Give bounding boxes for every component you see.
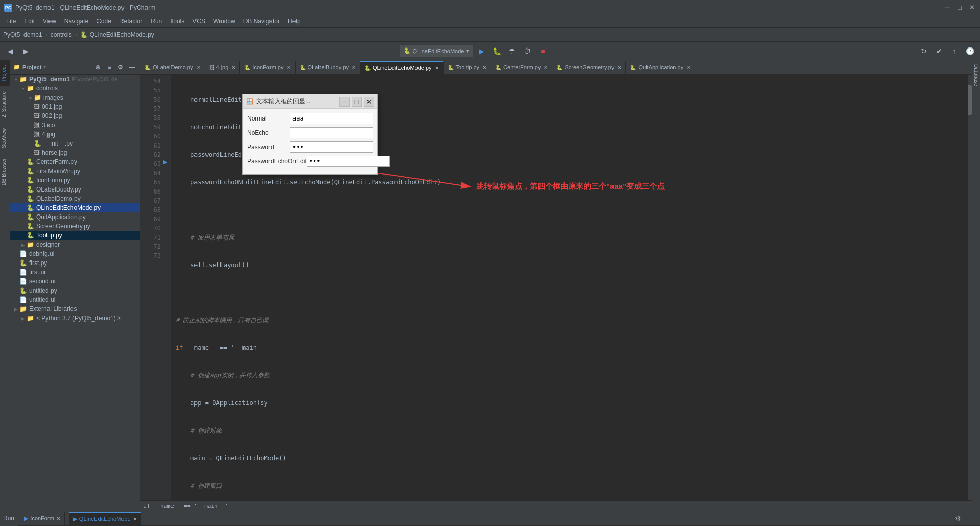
tab-iconform-close[interactable]: ✕	[287, 65, 291, 70]
project-settings-btn[interactable]: ⚙	[115, 62, 126, 73]
debug-button[interactable]: 🐛	[489, 44, 504, 58]
menu-vcs[interactable]: VCS	[188, 17, 209, 26]
tab-screengeom-close[interactable]: ✕	[617, 65, 621, 70]
tree-extlibs[interactable]: ▶ 📁 External Libraries	[10, 304, 140, 314]
scroll-thumb[interactable]	[968, 85, 972, 115]
dialog-input-noecho[interactable]	[290, 127, 373, 138]
breadcrumb-project[interactable]: PyQt5_demo1	[3, 31, 42, 38]
tree-designer[interactable]: ▶ 📁 designer	[10, 240, 140, 249]
commit-button[interactable]: ✔	[932, 44, 946, 58]
scoverview-tab[interactable]: ScoView	[0, 123, 10, 153]
run-tab-qlineeditechomode[interactable]: ▶ QLineEditEchoMode ✕	[69, 512, 141, 525]
tab-centerform[interactable]: 🐍 CenterForm.py ✕	[491, 61, 552, 74]
menu-view[interactable]: View	[39, 17, 60, 26]
menu-help[interactable]: Help	[284, 17, 305, 26]
forward-button[interactable]: ▶	[18, 44, 33, 58]
title-bar-controls[interactable]: ─ □ ✕	[943, 4, 976, 12]
run-tab-qlineeditechomode-close[interactable]: ✕	[133, 516, 137, 522]
tree-secondui[interactable]: 📄 second.ui	[10, 277, 140, 286]
run-button[interactable]: ▶	[474, 44, 488, 58]
tree-python37[interactable]: ▶ 📁 < Python 3.7 (PyQt5_demo1) >	[10, 314, 140, 323]
tab-qlabelbuddy-close[interactable]: ✕	[352, 65, 356, 70]
database-tab[interactable]: Database	[972, 60, 980, 90]
run-tab-iconform-close[interactable]: ✕	[56, 516, 60, 521]
menu-window[interactable]: Window	[209, 17, 239, 26]
structure-tab[interactable]: 2: Structure	[0, 86, 10, 123]
menu-navigate[interactable]: Navigate	[60, 17, 92, 26]
minimize-button[interactable]: ─	[943, 4, 951, 12]
tree-centerform[interactable]: 🐍 CenterForm.py	[10, 157, 140, 166]
tree-002jpg[interactable]: 🖼 002.jpg	[10, 111, 140, 121]
dialog-close-btn[interactable]: ✕	[364, 97, 374, 107]
close-button[interactable]: ✕	[968, 4, 976, 12]
tree-untitledpy[interactable]: 🐍 untitled.py	[10, 286, 140, 295]
tree-debnfgui[interactable]: 📄 debnfg.ui	[10, 249, 140, 258]
tree-001jpg[interactable]: 🖼 001.jpg	[10, 102, 140, 111]
menu-dbnavigator[interactable]: DB Navigator	[239, 17, 284, 26]
back-button[interactable]: ◀	[3, 44, 17, 58]
tab-centerform-close[interactable]: ✕	[544, 65, 548, 70]
menu-file[interactable]: File	[2, 17, 20, 26]
menu-edit[interactable]: Edit	[20, 17, 39, 26]
run-settings-btn[interactable]: ⚙	[952, 513, 964, 524]
tab-tooltip-close[interactable]: ✕	[482, 65, 486, 70]
tab-4jpg[interactable]: 🖼 4.jpg ✕	[205, 61, 240, 74]
tab-qlabeldemo[interactable]: 🐍 QLabelDemo.py ✕	[140, 61, 205, 74]
dialog-input-password[interactable]	[290, 141, 373, 153]
run-minimize-btn[interactable]: —	[966, 513, 977, 524]
dialog-minimize-btn[interactable]: ─	[339, 97, 350, 107]
dbbrowser-tab[interactable]: DB Browser	[0, 153, 10, 190]
tree-4jpg[interactable]: 🖼 4.jpg	[10, 130, 140, 139]
tree-3ico[interactable]: 🖼 3.ico	[10, 121, 140, 130]
tab-iconform[interactable]: 🐍 IconForm.py ✕	[240, 61, 295, 74]
tab-qlineeditechomode[interactable]: 🐍 QLineEditEchoMode.py ✕	[360, 61, 444, 74]
tab-qlabelbuddy[interactable]: 🐍 QLabelBuddy.py ✕	[296, 61, 361, 74]
project-close-btn[interactable]: —	[127, 62, 137, 73]
tab-qlabeldemo-close[interactable]: ✕	[197, 65, 201, 70]
editor-scrollbar[interactable]	[968, 75, 972, 500]
coverage-button[interactable]: ☂	[505, 44, 519, 58]
tree-controls[interactable]: ▾ 📁 controls	[10, 84, 140, 93]
menu-code[interactable]: Code	[92, 17, 115, 26]
dialog-input-passwordechoon[interactable]	[307, 156, 390, 167]
tree-quitapp[interactable]: 🐍 QuitApplication.py	[10, 212, 140, 222]
project-localize-btn[interactable]: ⊕	[93, 62, 103, 73]
tab-quitapp-close[interactable]: ✕	[687, 65, 691, 70]
tree-qlineeditechomode[interactable]: 🐍 QLineEditEchoMode.py	[10, 203, 140, 212]
push-button[interactable]: ↑	[947, 44, 962, 58]
tree-iconform[interactable]: 🐍 IconForm.py	[10, 176, 140, 185]
project-expand-btn[interactable]: ≡	[104, 62, 114, 73]
tree-tooltip[interactable]: 🐍 Tooltip.py	[10, 231, 140, 240]
tree-firstpy[interactable]: 🐍 first.py	[10, 258, 140, 268]
dialog-input-normal[interactable]	[290, 113, 373, 124]
tree-firstmainwin[interactable]: 🐍 FirstMainWin.py	[10, 166, 140, 176]
history-button[interactable]: 🕐	[963, 44, 977, 58]
tab-4jpg-close[interactable]: ✕	[231, 65, 235, 70]
profile-button[interactable]: ⏱	[520, 44, 534, 58]
tree-init[interactable]: 🐍 __init__.py	[10, 139, 140, 148]
tab-tooltip[interactable]: 🐍 Tooltip.py ✕	[444, 61, 491, 74]
project-tab[interactable]: Project	[0, 60, 10, 86]
breadcrumb-folder[interactable]: controls	[51, 31, 72, 38]
tab-screengeom[interactable]: 🐍 ScreenGeometry.py ✕	[552, 61, 626, 74]
dialog-maximize-btn[interactable]: □	[352, 97, 362, 107]
tree-root[interactable]: ▾ 📁 PyQt5_demo1 E:\code\PyQt5_de...	[10, 75, 140, 84]
tree-qlabelbuddy[interactable]: 🐍 QLabelBuddy.py	[10, 185, 140, 194]
run-config-selector[interactable]: 🐍 QLineEditEchoMode ▾	[400, 45, 474, 57]
update-button[interactable]: ↻	[917, 44, 931, 58]
tab-qlineeditechomode-close[interactable]: ✕	[435, 65, 439, 71]
code-editor[interactable]: 5455565758596061626364656667686970717273…	[140, 75, 972, 500]
menu-run[interactable]: Run	[146, 17, 166, 26]
run-tab-iconform[interactable]: ▶ IconForm ✕	[20, 512, 64, 525]
menu-tools[interactable]: Tools	[166, 17, 188, 26]
tree-screengeom[interactable]: 🐍 ScreenGeometry.py	[10, 222, 140, 231]
tree-firstui[interactable]: 📄 first.ui	[10, 268, 140, 277]
tab-quitapp[interactable]: 🐍 QuitApplication.py ✕	[626, 61, 695, 74]
menu-refactor[interactable]: Refactor	[115, 17, 146, 26]
tree-qlabeldemo[interactable]: 🐍 QLabelDemo.py	[10, 194, 140, 203]
tree-images[interactable]: ▾ 📁 images	[10, 93, 140, 102]
tree-horse[interactable]: 🖼 horse.jpg	[10, 148, 140, 157]
stop-button[interactable]: ■	[535, 44, 550, 58]
breadcrumb-filename[interactable]: QLineEditEchoMode.py	[90, 31, 154, 38]
tree-untitledui[interactable]: 📄 untitled.ui	[10, 295, 140, 304]
